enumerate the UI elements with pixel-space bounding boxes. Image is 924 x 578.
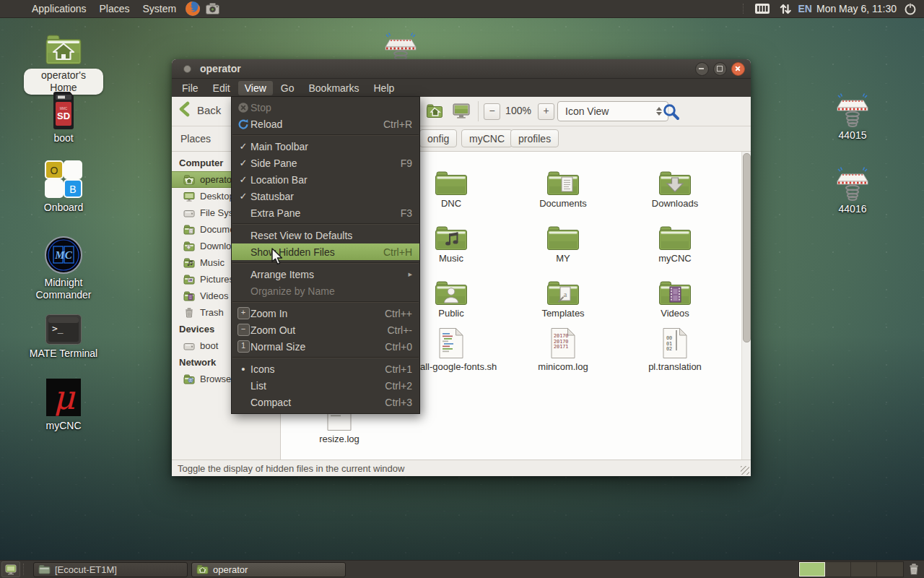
folder-music-icon (435, 220, 468, 251)
top-panel-menu-places[interactable]: Places (93, 1, 136, 16)
menu-item-reset-view-to-defaults[interactable]: Reset View to Defaults (232, 227, 419, 243)
menu-item-zoom-in[interactable]: +Zoom InCtrl++ (232, 305, 419, 322)
desktop-icon-dev44015[interactable]: 44015 (813, 91, 892, 142)
status-text: Toggle the display of hidden files in th… (178, 463, 404, 474)
breadcrumb-onfig[interactable]: onfig (419, 129, 457, 147)
desktop-icon-dev44016[interactable]: 44016 (813, 165, 892, 215)
menu-item-arrange-items[interactable]: Arrange Items▸ (232, 266, 419, 282)
taskbar-button-operator[interactable]: operator (191, 562, 346, 577)
menu-item-label: Compact (250, 397, 376, 408)
view-menu-popup: StopReloadCtrl+R✓Main Toolbar✓Side PaneF… (231, 96, 420, 414)
check-icon: ✓ (236, 174, 250, 185)
toolbar-separator (478, 101, 479, 121)
sdcard-icon: SDMMC (48, 91, 79, 130)
menu-item-label: Side Pane (250, 158, 392, 169)
menu-go[interactable]: Go (274, 81, 301, 95)
shutdown-icon[interactable] (903, 1, 918, 16)
menu-item-label: Stop (250, 102, 412, 113)
desktop-icon-terminal[interactable]: >_MATE Terminal (24, 314, 103, 360)
menu-item-normal-size[interactable]: 1Normal SizeCtrl+0 (232, 338, 419, 355)
menu-bookmarks[interactable]: Bookmarks (302, 81, 365, 95)
updown-arrows-icon[interactable] (779, 1, 792, 16)
workspace-4[interactable] (877, 562, 903, 577)
workspace-1[interactable] (799, 562, 825, 577)
file-item-videos[interactable]: Videos (621, 275, 729, 319)
desktop-icon-home[interactable]: operator's Home (24, 33, 103, 95)
submenu-arrow-icon: ▸ (408, 269, 412, 279)
trash-applet-icon[interactable] (906, 562, 922, 577)
maximize-button[interactable] (713, 62, 727, 76)
normal-size-icon: 1 (236, 340, 250, 353)
top-panel-menu-system[interactable]: System (136, 1, 183, 16)
menu-item-side-pane[interactable]: ✓Side PaneF9 (232, 155, 419, 171)
menu-item-label: Location Bar (250, 174, 412, 186)
taskbar-button-label: operator (213, 564, 248, 575)
t-folder-icon (38, 564, 51, 574)
file-item-mycnc[interactable]: myCNC (621, 220, 729, 264)
keyboard-layout-label[interactable]: EN (798, 3, 812, 14)
menu-item-statusbar[interactable]: ✓Statusbar (232, 188, 419, 204)
keyboard-indicator-icon[interactable] (754, 1, 770, 16)
scrollbar-thumb[interactable] (743, 153, 751, 342)
menu-item-icons[interactable]: •IconsCtrl+1 (232, 361, 419, 377)
menu-view[interactable]: View (238, 81, 273, 95)
minimize-button[interactable] (695, 62, 709, 76)
menu-item-show-hidden-files[interactable]: Show Hidden FilesCtrl+H (232, 243, 419, 260)
menu-item-extra-pane[interactable]: Extra PaneF3 (232, 204, 419, 221)
s-folder-pic-icon (183, 274, 195, 285)
close-button[interactable] (731, 62, 745, 76)
menu-help[interactable]: Help (367, 81, 401, 95)
desktop-icon-label: boot (53, 132, 73, 144)
desktop-icon-mycnc[interactable]: μmyCNC (24, 377, 103, 432)
desktop-icon-label: MATE Terminal (30, 348, 97, 360)
onboard-icon: OB (43, 160, 84, 199)
scrollbar-track[interactable] (741, 152, 751, 460)
s-trash-icon (183, 307, 195, 319)
top-panel-menu-applications[interactable]: Applications (25, 1, 93, 16)
zoom-in-button[interactable]: + (538, 103, 554, 120)
file-item-templates[interactable]: aTemplates (509, 275, 617, 319)
menu-item-location-bar[interactable]: ✓Location Bar (232, 171, 419, 188)
zoom-out-button[interactable]: − (484, 103, 500, 120)
file-item-minicom-log[interactable]: 201702017020171minicom.log (509, 328, 617, 373)
menu-edit[interactable]: Edit (206, 81, 237, 95)
menu-file[interactable]: File (175, 81, 205, 95)
taskbar-button-ecocut-et1m[interactable]: [Ecocut-ET1M] (33, 562, 188, 577)
screenshot-tool-icon[interactable] (205, 1, 220, 16)
file-item-my[interactable]: MY (509, 220, 617, 264)
desktop-icon-onboard[interactable]: OBOnboard (24, 160, 103, 214)
back-button[interactable]: Back (178, 101, 221, 119)
resize-grip[interactable] (741, 466, 749, 475)
file-item-pl-translation[interactable]: 000102pl.translation (621, 328, 729, 373)
search-icon[interactable] (662, 103, 680, 121)
back-label: Back (197, 104, 221, 116)
menu-item-list[interactable]: ListCtrl+2 (232, 377, 419, 394)
sidebar-item-label: Pictures (200, 274, 234, 285)
clock[interactable]: Mon May 6, 11:30 (816, 3, 897, 14)
titlebar[interactable]: operator (172, 59, 751, 79)
desktop-icon-mc[interactable]: MCMidnight Commander (24, 236, 103, 301)
menu-item-label: Zoom In (250, 308, 376, 319)
menu-item-main-toolbar[interactable]: ✓Main Toolbar (232, 138, 419, 155)
computer-button[interactable] (452, 103, 471, 120)
show-desktop-button[interactable] (1, 561, 20, 577)
s-home-icon (183, 174, 195, 186)
workspace-3[interactable] (851, 562, 877, 577)
breadcrumb-profiles[interactable]: profiles (510, 129, 559, 147)
folder-doc-icon (546, 165, 580, 197)
sidebar-item-label: Music (200, 257, 225, 268)
workspace-2[interactable] (825, 562, 851, 577)
breadcrumb-mycnc[interactable]: myCNC (461, 129, 513, 147)
firefox-launcher-icon[interactable] (185, 1, 201, 17)
menu-item-zoom-out[interactable]: −Zoom OutCtrl+- (232, 322, 419, 338)
menu-item-accel: F9 (401, 158, 412, 169)
file-item-downloads[interactable]: Downloads (621, 165, 729, 210)
svg-text:B: B (69, 184, 76, 195)
menu-item-reload[interactable]: ReloadCtrl+R (232, 116, 419, 132)
desktop-icon-boot[interactable]: SDMMCboot (24, 91, 103, 144)
home-button[interactable] (426, 103, 443, 118)
mate-menu-icon[interactable] (4, 1, 19, 17)
file-item-documents[interactable]: Documents (509, 165, 617, 210)
menu-item-compact[interactable]: CompactCtrl+3 (232, 394, 419, 410)
view-mode-select[interactable]: Icon View (557, 101, 668, 121)
